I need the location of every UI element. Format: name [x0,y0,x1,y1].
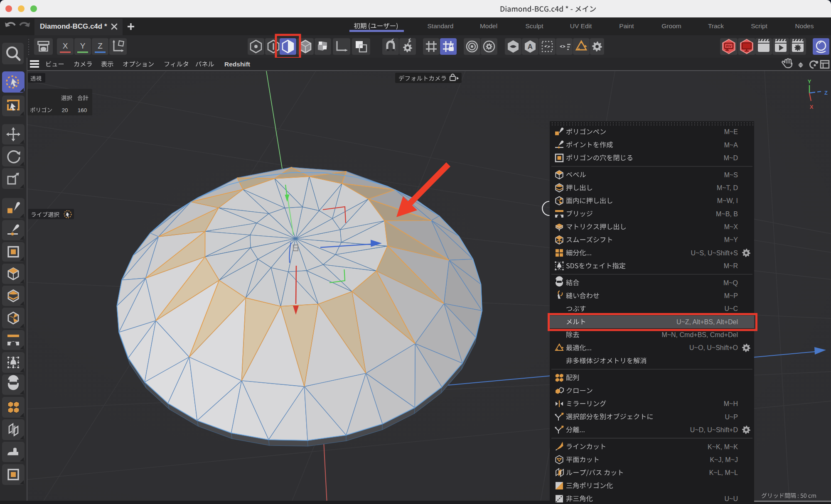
svg-text:Redshift: Redshift [224,61,250,68]
svg-text:K~J, M~J: K~J, M~J [710,456,738,463]
svg-text:M~S: M~S [724,171,738,179]
svg-text:X: X [63,42,68,50]
svg-text:M~D: M~D [724,154,738,161]
svg-text:K~L, M~L: K~L, M~L [709,469,738,476]
svg-text:K~K, M~K: K~K, M~K [708,443,738,450]
svg-text:Z: Z [98,42,103,50]
svg-text:Y: Y [80,42,86,50]
svg-text:Nodes: Nodes [795,22,814,29]
svg-text:M~E: M~E [724,128,738,135]
svg-text:M~Y: M~Y [724,236,738,243]
svg-text:RV: RV [726,44,732,48]
svg-text:Y: Y [808,78,811,85]
svg-text:Track: Track [708,22,724,29]
svg-text:M~N, Cmd+BS, Cmd+Del: M~N, Cmd+BS, Cmd+Del [661,331,738,338]
svg-text:M~H: M~H [724,400,738,407]
svg-text:Sculpt: Sculpt [525,22,543,29]
svg-text:X: X [810,104,814,110]
svg-text:U~Z, Alt+BS, Alt+Del: U~Z, Alt+BS, Alt+Del [676,318,738,325]
svg-text:Standard: Standard [428,22,454,29]
svg-text:Model: Model [480,22,497,29]
svg-text:M~A: M~A [724,142,738,149]
svg-text:M~B, B: M~B, B [716,210,738,218]
svg-text:UV Edit: UV Edit [570,22,592,29]
svg-text:Script: Script [751,22,767,29]
svg-text:M~Q: M~Q [723,279,738,286]
svg-text:U~C: U~C [725,305,738,312]
svg-text:U~U: U~U [725,495,738,502]
svg-text:20: 20 [61,107,68,113]
svg-text:A: A [528,43,533,51]
svg-text:U~O, U~Shift+O: U~O, U~Shift+O [689,344,738,351]
svg-text:M~P: M~P [724,292,738,299]
svg-text:Groom: Groom [661,22,681,29]
svg-text:U~D, U~Shift+D: U~D, U~Shift+D [690,426,738,433]
svg-text:M~W, I: M~W, I [717,197,738,204]
svg-text:Z: Z [824,90,828,96]
svg-text:Paint: Paint [619,22,634,29]
svg-text:U~S, U~Shift+S: U~S, U~Shift+S [691,250,738,257]
svg-text:M~T, D: M~T, D [717,184,738,191]
svg-text:M~X: M~X [724,223,738,230]
svg-text:U~P: U~P [725,413,738,421]
svg-text:160: 160 [78,107,87,113]
svg-text:Diamond-BCG.c4d *: Diamond-BCG.c4d * [40,22,107,30]
svg-text:M~R: M~R [724,262,738,269]
